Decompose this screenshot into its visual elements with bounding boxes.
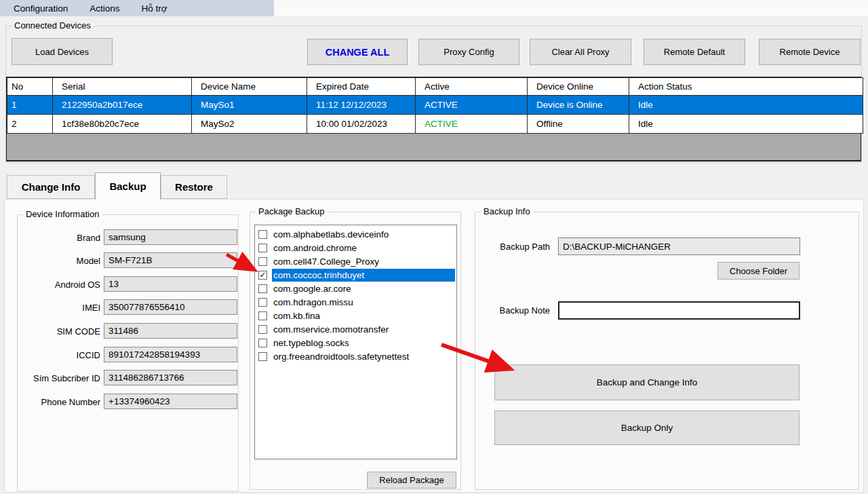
col-serial: Serial [53,78,192,96]
menu-configuration[interactable]: Configuration [3,1,79,16]
menu-ho-tro[interactable]: Hỗ trợ [131,1,178,16]
table-cell: MaySo2 [192,115,307,134]
package-checkbox[interactable] [258,284,267,293]
remote-device-button[interactable]: Remote Device [759,39,861,65]
table-row[interactable]: 21cf38e80b20c7eceMaySo210:00 01/02/2023A… [7,115,863,134]
package-label: com.mservice.momotransfer [272,323,455,336]
device-information-group-label: Device Information [23,209,102,219]
phone-number-label: Phone Number [18,397,100,407]
menu-bar: Configuration Actions Hỗ trợ [0,0,274,16]
package-checkbox[interactable]: ✓ [258,271,267,280]
package-label: net.typeblog.socks [272,337,455,349]
table-cell: 10:00 01/02/2023 [307,115,416,134]
package-label: com.android.chrome [272,242,455,254]
sim-subscriber-id-field[interactable]: 311486286713766 [104,370,237,385]
menu-actions[interactable]: Actions [79,1,130,16]
package-item[interactable]: com.hdragon.missu [257,295,455,309]
android-os-field[interactable]: 13 [104,276,237,292]
col-expired-date: Expired Date [307,78,416,96]
backup-info-group: Backup Info Backup Path D:\BACKUP-MiCHAN… [475,212,859,490]
backup-note-input[interactable] [558,301,800,320]
brand-label: Brand [18,233,100,243]
package-item[interactable]: ✓com.coccoc.trinhduyet [257,268,455,282]
devices-table: No Serial Device Name Expired Date Activ… [6,77,861,162]
backup-and-change-info-button[interactable]: Backup and Change Info [494,364,800,400]
load-devices-button[interactable]: Load Devices [12,38,113,65]
package-checkbox[interactable] [258,244,267,252]
tab-change-info[interactable]: Change Info [7,175,95,199]
table-cell: Idle [629,96,863,115]
table-cell: Offline [528,115,629,134]
phone-number-field[interactable]: +13374960423 [104,394,237,409]
table-row[interactable]: 12122950a2b017eceMaySo111:12 12/12/2023A… [7,96,863,115]
package-checkbox[interactable] [258,298,267,307]
connected-devices-group: Connected Devices Load Devices CHANGE AL… [5,26,862,163]
package-item[interactable]: com.google.ar.core [257,282,455,295]
device-information-group: Device Information Brand samsung Model S… [17,214,239,491]
package-item[interactable]: com.alphabetlabs.deviceinfo [257,227,455,241]
package-label: com.google.ar.core [272,282,455,295]
clear-all-proxy-button[interactable]: Clear All Proxy [530,39,631,65]
change-all-button[interactable]: CHANGE ALL [307,39,408,65]
sim-code-field[interactable]: 311486 [104,323,237,339]
choose-folder-button[interactable]: Choose Folder [717,262,800,280]
backup-path-field[interactable]: D:\BACKUP-MiCHANGER [558,238,800,255]
package-checkbox[interactable] [258,230,267,239]
package-checkbox[interactable] [258,352,267,361]
reload-package-button[interactable]: Reload Package [367,472,456,489]
proxy-config-button[interactable]: Proxy Config [418,39,519,65]
col-action-status: Action Status [629,78,863,96]
table-cell: ACTIVE [416,115,528,134]
model-label: Model [18,256,100,266]
backup-note-label: Backup Note [475,305,550,316]
package-item[interactable]: org.freeandroidtools.safetynettest [257,349,455,363]
tab-restore[interactable]: Restore [161,175,227,199]
package-label: com.cell47.College_Proxy [272,255,455,268]
iccid-label: ICCID [18,350,100,360]
table-cell: MaySo1 [192,96,307,115]
package-checkbox[interactable] [258,325,267,334]
package-label: org.freeandroidtools.safetynettest [272,350,455,363]
imei-label: IMEI [18,303,100,313]
package-checkbox[interactable] [258,339,267,347]
brand-field[interactable]: samsung [104,229,237,245]
package-checkbox[interactable] [258,311,267,320]
package-item[interactable]: com.cell47.College_Proxy [257,254,455,268]
package-list[interactable]: com.alphabetlabs.deviceinfocom.android.c… [254,225,457,459]
table-cell: Device is Online [528,96,629,115]
backup-info-group-label: Backup Info [481,206,533,216]
table-cell: ACTIVE [416,96,528,115]
package-label: com.hdragon.missu [272,296,455,309]
package-label: com.kb.fina [272,309,455,322]
table-cell: 11:12 12/12/2023 [307,96,416,115]
table-cell: 2122950a2b017ece [53,96,192,115]
package-checkbox[interactable] [258,257,267,266]
package-item[interactable]: com.mservice.momotransfer [257,322,455,336]
col-device-online: Device Online [528,78,629,96]
col-device-name: Device Name [192,78,307,96]
backup-only-button[interactable]: Backup Only [494,411,800,445]
devices-table-header: No Serial Device Name Expired Date Activ… [7,78,863,96]
col-active: Active [416,78,528,96]
package-backup-group-label: Package Backup [256,206,328,216]
connected-devices-group-label: Connected Devices [12,20,94,31]
devices-table-body: 12122950a2b017eceMaySo111:12 12/12/2023A… [7,96,863,134]
package-backup-group: Package Backup com.alphabetlabs.devicein… [250,212,461,490]
tab-backup[interactable]: Backup [95,172,161,200]
package-item[interactable]: com.kb.fina [257,309,455,322]
model-field[interactable]: SM-F721B [104,252,237,268]
package-label: com.coccoc.trinhduyet [272,269,455,282]
col-no: No [7,78,53,96]
iccid-field[interactable]: 891017242858194393 [104,347,237,362]
android-os-label: Android OS [18,280,100,290]
package-item[interactable]: net.typeblog.socks [257,336,455,349]
backup-path-label: Backup Path [475,242,550,252]
table-cell: 1cf38e80b20c7ece [53,115,192,134]
imei-field[interactable]: 350077876556410 [104,299,237,315]
package-item[interactable]: com.android.chrome [257,241,455,254]
sim-subscriber-id-label: Sím Subcriber ID [18,373,100,383]
table-cell: Idle [629,115,863,134]
table-cell: 1 [7,96,53,115]
package-label: com.alphabetlabs.deviceinfo [272,228,455,241]
remote-default-button[interactable]: Remote Default [644,39,745,65]
